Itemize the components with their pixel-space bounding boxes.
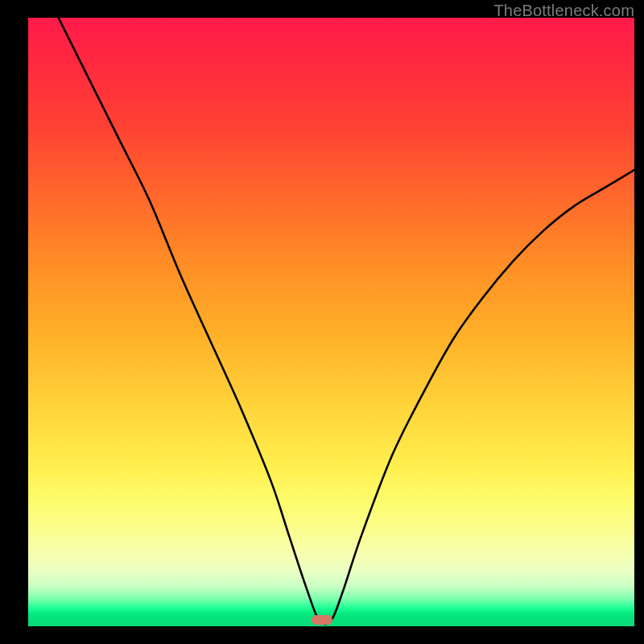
optimum-marker (312, 615, 332, 625)
plot-area (28, 18, 634, 626)
watermark-text: TheBottleneck.com (493, 2, 634, 20)
chart-frame: TheBottleneck.com (0, 0, 644, 644)
